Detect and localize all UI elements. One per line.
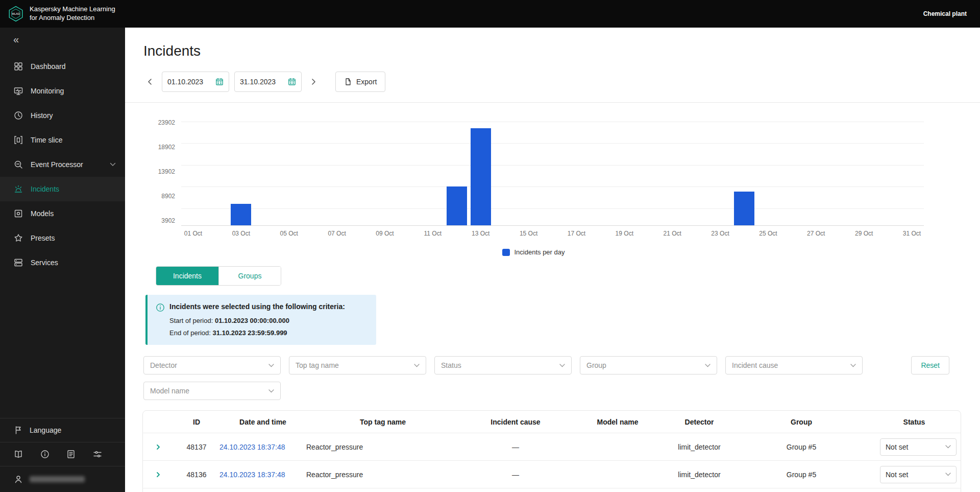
sidebar-item-incidents[interactable]: Incidents [0,177,125,201]
reset-filters-button[interactable]: Reset [911,356,949,374]
user-email-redacted [30,476,85,482]
incidents-table: ID Date and time Top tag name Incident c… [142,410,961,492]
x-axis-tick-label: 11 Oct [424,230,442,237]
manual-book-icon[interactable] [13,449,23,459]
chevron-down-icon [559,364,565,367]
criteria-end-line: End of period: 31.10.2023 23:59:59.999 [156,329,367,337]
gridline [181,186,924,187]
x-axis-tick-label: 31 Oct [903,230,921,237]
info-circle-icon[interactable] [40,449,50,459]
start-period-value: 01.10.2023 00:00:00.000 [215,317,289,324]
cell-group: Group #5 [735,471,868,479]
x-axis-tick-label: 13 Oct [472,230,489,237]
y-axis-tick-label: 3902 [161,217,175,224]
chevron-down-icon [705,364,710,367]
date-from-field[interactable] [162,72,229,92]
y-axis-tick-label: 23902 [158,119,175,126]
filter-top-tag-name[interactable]: Top tag name [289,356,426,374]
filter-status[interactable]: Status [434,356,572,374]
sidebar-collapse-button[interactable]: « [0,28,125,51]
chart-xaxis: 01 Oct03 Oct05 Oct07 Oct09 Oct11 Oct13 O… [181,230,924,240]
criteria-info-panel: Incidents were selected using the follow… [145,295,376,345]
x-axis-tick-label: 27 Oct [807,230,825,237]
filter-incident-cause[interactable]: Incident cause [725,356,863,374]
report-document-icon[interactable] [66,449,76,459]
sidebar-item-history[interactable]: History [0,103,125,128]
chevron-down-icon [110,162,116,167]
sidebar-item-label: Event Processor [31,160,83,169]
x-axis-tick-label: 09 Oct [376,230,394,237]
x-axis-tick-label: 23 Oct [711,230,729,237]
sidebar-item-event-processor[interactable]: Event Processor [0,152,125,177]
incident-date-link[interactable]: 24.10.2023 18:37:48 [219,443,285,451]
gridline [181,122,924,122]
chart-main: 01 Oct03 Oct05 Oct07 Oct09 Oct11 Oct13 O… [181,116,924,240]
date-to-input[interactable] [240,78,284,86]
filter-group[interactable]: Group [580,356,717,374]
cell-id: 48137 [174,443,219,451]
app-title-line2: for Anomaly Detection [30,14,115,22]
header-detector: Detector [664,418,735,426]
date-from-input[interactable] [167,78,211,86]
cell-id: 48136 [174,471,219,479]
sidebar-item-time-slice[interactable]: Time slice [0,128,125,152]
row-expand-button[interactable] [143,471,174,478]
sidebar-bottom: Language [0,418,125,492]
calendar-icon[interactable] [288,78,296,86]
calendar-icon[interactable] [215,78,224,86]
filter-detector[interactable]: Detector [143,356,281,374]
sidebar-item-monitoring[interactable]: Monitoring [0,79,125,103]
language-button[interactable]: Language [0,418,125,442]
sidebar-item-presets[interactable]: Presets [0,226,125,250]
sidebar-item-models[interactable]: Models [0,201,125,226]
chart-legend: Incidents per day [143,248,924,256]
cell-datetime: 24.10.2023 18:37:48 [219,471,306,479]
chart-bar [447,186,467,225]
export-file-icon [344,78,352,86]
table-row: 48136 24.10.2023 18:37:48 Reactor_pressu… [143,461,961,488]
settings-sliders-icon[interactable] [92,449,103,459]
filter-placeholder: Status [441,361,461,369]
chevron-down-icon [268,389,274,393]
x-axis-tick-label: 15 Oct [520,230,537,237]
y-axis-tick-label: 8902 [161,193,175,200]
cell-status: Not set [868,466,961,483]
header-top-tag-name: Top tag name [306,418,459,426]
incident-date-link[interactable]: 24.10.2023 18:37:48 [219,471,285,479]
x-axis-tick-label: 07 Oct [328,230,346,237]
filters-row-1: Detector Top tag name Status Group Incid… [143,356,949,374]
header-model-name: Model name [572,418,664,426]
status-select[interactable]: Not set [880,438,957,456]
services-icon [13,257,23,268]
end-period-value: 31.10.2023 23:59:59.999 [213,329,287,337]
topbar: MLAD Kaspersky Machine Learning for Anom… [0,0,980,28]
toolbar-section: Export [125,72,980,103]
sidebar-item-dashboard[interactable]: Dashboard [0,54,125,79]
x-axis-tick-label: 19 Oct [616,230,633,237]
app-title-line1: Kaspersky Machine Learning [30,5,115,14]
sidebar-item-services[interactable]: Services [0,250,125,275]
export-button[interactable]: Export [335,72,385,92]
status-select[interactable]: Not set [880,466,957,483]
export-button-label: Export [356,78,377,86]
filter-model-name[interactable]: Model name [143,382,281,400]
main-content: Incidents [125,28,980,492]
tab-incidents[interactable]: Incidents [156,267,218,285]
start-period-label: Start of period: [169,317,213,324]
date-range-toolbar: Export [143,72,980,92]
user-account[interactable] [0,466,125,492]
sidebar-nav: Dashboard Monitoring History Time slice [0,51,125,275]
prev-period-button[interactable] [143,72,157,92]
sidebar-item-label: Time slice [31,136,63,144]
time-slice-icon [13,135,23,145]
date-to-field[interactable] [234,72,302,92]
info-icon [156,303,165,312]
row-expand-button[interactable] [143,443,174,451]
filters-row-2: Model name [143,382,949,400]
x-axis-tick-label: 05 Oct [280,230,298,237]
next-period-button[interactable] [307,72,320,92]
y-axis-tick-label: 18902 [158,144,175,151]
incidents-icon [13,184,23,194]
tab-groups[interactable]: Groups [218,267,281,285]
x-axis-tick-label: 21 Oct [663,230,681,237]
